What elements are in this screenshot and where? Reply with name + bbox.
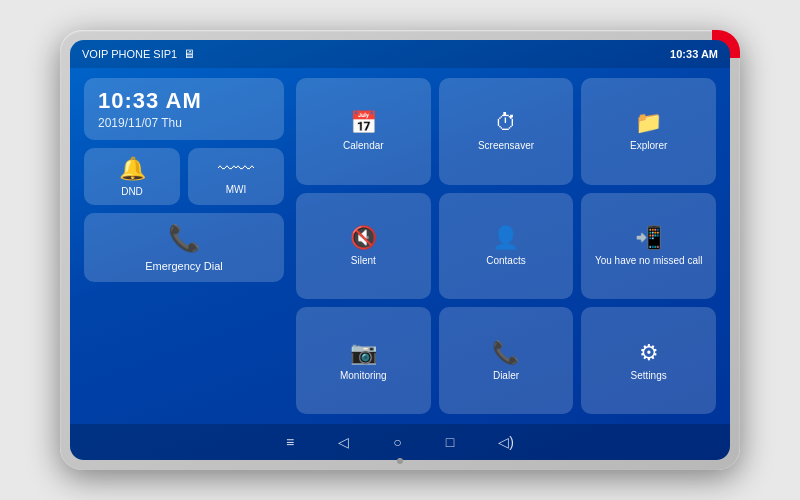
dnd-label: DND [121, 186, 143, 197]
left-panel: 10:33 AM 2019/11/07 Thu 🔔 DND 〰〰 MWI [84, 78, 284, 414]
missed-call-label: You have no missed call [595, 255, 702, 267]
status-bar: VOIP PHONE SIP1 🖥 10:33 AM [70, 40, 730, 68]
nav-bar: ≡ ◁ ○ □ ◁) [70, 424, 730, 460]
nav-home-button[interactable]: ○ [389, 430, 405, 454]
clock-time: 10:33 AM [98, 88, 270, 114]
phone-label: VOIP PHONE SIP1 [82, 48, 177, 60]
bottom-speaker [397, 458, 403, 464]
emergency-dial-label: Emergency Dial [145, 260, 223, 272]
contacts-label: Contacts [486, 255, 525, 267]
explorer-label: Explorer [630, 140, 667, 152]
app-silent[interactable]: 🔇 Silent [296, 193, 431, 300]
status-left: VOIP PHONE SIP1 🖥 [82, 47, 195, 61]
explorer-icon: 📁 [635, 110, 662, 136]
dialer-icon: 📞 [492, 340, 519, 366]
tablet-device: VOIP PHONE SIP1 🖥 10:33 AM 10:33 AM 2019… [60, 30, 740, 470]
clock-widget: 10:33 AM 2019/11/07 Thu [84, 78, 284, 140]
app-monitoring[interactable]: 📷 Monitoring [296, 307, 431, 414]
calendar-label: Calendar [343, 140, 384, 152]
screensaver-icon: ⏱ [495, 110, 517, 136]
app-grid: 📅 Calendar ⏱ Screensaver 📁 Explorer 🔇 Si… [296, 78, 716, 414]
monitoring-label: Monitoring [340, 370, 387, 382]
emergency-dial-button[interactable]: 📞 Emergency Dial [84, 213, 284, 282]
app-settings[interactable]: ⚙ Settings [581, 307, 716, 414]
contacts-icon: 👤 [492, 225, 519, 251]
wifi-icon: 🖥 [183, 47, 195, 61]
silent-icon: 🔇 [350, 225, 377, 251]
tablet-screen: VOIP PHONE SIP1 🖥 10:33 AM 10:33 AM 2019… [70, 40, 730, 460]
missed-call-icon: 📲 [635, 225, 662, 251]
monitoring-icon: 📷 [350, 340, 377, 366]
app-contacts[interactable]: 👤 Contacts [439, 193, 574, 300]
mwi-label: MWI [226, 184, 247, 195]
mwi-icon: 〰〰 [218, 159, 254, 180]
nav-menu-button[interactable]: ≡ [282, 430, 298, 454]
settings-icon: ⚙ [639, 340, 659, 366]
status-time: 10:33 AM [670, 48, 718, 60]
app-dialer[interactable]: 📞 Dialer [439, 307, 574, 414]
quick-buttons-row: 🔔 DND 〰〰 MWI [84, 148, 284, 205]
dnd-button[interactable]: 🔔 DND [84, 148, 180, 205]
app-screensaver[interactable]: ⏱ Screensaver [439, 78, 574, 185]
nav-recent-button[interactable]: □ [442, 430, 458, 454]
app-calendar[interactable]: 📅 Calendar [296, 78, 431, 185]
screensaver-label: Screensaver [478, 140, 534, 152]
clock-date: 2019/11/07 Thu [98, 116, 270, 130]
silent-label: Silent [351, 255, 376, 267]
emergency-dial-icon: 📞 [168, 223, 200, 254]
nav-back-button[interactable]: ◁ [334, 430, 353, 454]
mwi-button[interactable]: 〰〰 MWI [188, 148, 284, 205]
main-content: 10:33 AM 2019/11/07 Thu 🔔 DND 〰〰 MWI [70, 68, 730, 424]
app-explorer[interactable]: 📁 Explorer [581, 78, 716, 185]
dialer-label: Dialer [493, 370, 519, 382]
dnd-icon: 🔔 [119, 156, 146, 182]
calendar-icon: 📅 [350, 110, 377, 136]
settings-label: Settings [631, 370, 667, 382]
app-missed-call[interactable]: 📲 You have no missed call [581, 193, 716, 300]
nav-volume-button[interactable]: ◁) [494, 430, 518, 454]
